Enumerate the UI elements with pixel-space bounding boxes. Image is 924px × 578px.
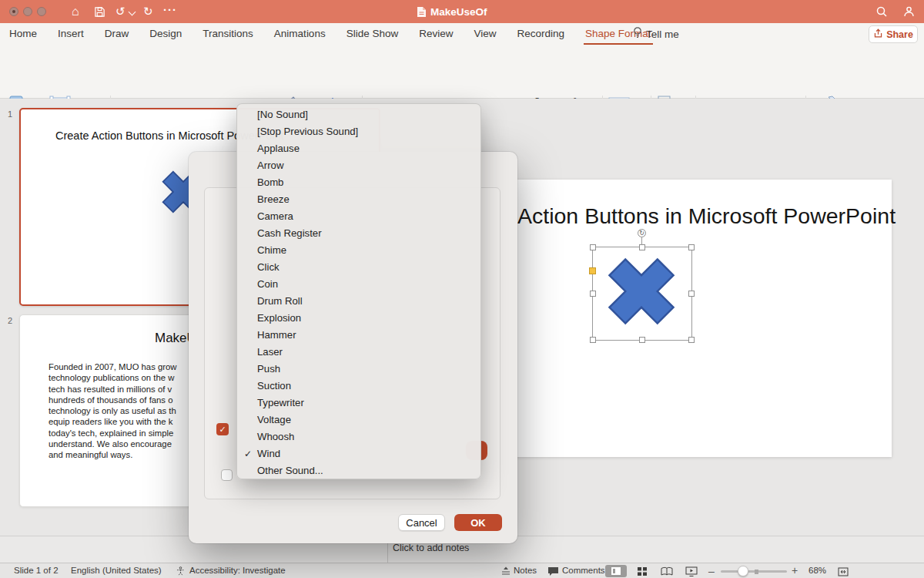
slide-title-text[interactable]: Action Buttons in Microsoft PowerPoint — [517, 203, 896, 229]
share-button[interactable]: Share — [869, 25, 918, 43]
play-sound-menu: ✓ [No Sound] ✓ [Stop Previous Sound] ✓ A… — [236, 103, 481, 479]
menu-item-label: Arrow — [257, 160, 283, 171]
menu-item-label: Cash Register — [257, 227, 322, 239]
undo-chevron-icon[interactable] — [129, 8, 136, 16]
resize-handle-e[interactable] — [688, 291, 695, 297]
accessibility-icon — [176, 566, 186, 578]
search-icon[interactable] — [875, 5, 888, 21]
undo-icon[interactable]: ↺ — [116, 5, 126, 17]
notes-toggle[interactable]: Notes — [514, 566, 537, 575]
menu-item[interactable]: ✓ Laser — [237, 344, 480, 361]
menu-item[interactable]: ✓ Chime — [237, 242, 480, 259]
ribbon-tab[interactable]: Draw — [105, 23, 129, 45]
zoom-window-icon[interactable] — [37, 7, 46, 16]
minimize-window-icon[interactable] — [23, 7, 32, 16]
ribbon-tab[interactable]: View — [474, 23, 496, 45]
slide1-number: 1 — [8, 109, 12, 119]
close-window-icon[interactable] — [9, 7, 18, 16]
menu-item[interactable]: ✓ Applause — [237, 140, 480, 157]
highlight-click-checkbox[interactable] — [221, 469, 233, 481]
comments-toggle[interactable]: Comments — [562, 566, 605, 575]
menu-item[interactable]: ✓ Camera — [237, 208, 480, 225]
ribbon-tab[interactable]: Home — [9, 23, 37, 45]
shape-selection-box[interactable]: ↻ — [592, 247, 692, 341]
menu-item[interactable]: ✓ Voltage — [237, 412, 480, 428]
menu-item[interactable]: ✓ Push — [237, 361, 480, 378]
resize-handle-ne[interactable] — [688, 244, 695, 250]
more-commands-icon[interactable]: ··· — [163, 4, 177, 15]
menu-item-label: Click — [257, 261, 280, 273]
menu-item-label: Whoosh — [257, 431, 294, 442]
normal-view-button[interactable] — [605, 565, 627, 577]
account-icon[interactable] — [902, 5, 916, 21]
menu-item[interactable]: ✓ Other Sound... — [237, 462, 480, 479]
ribbon-tab[interactable]: Slide Show — [346, 23, 399, 45]
ribbon-tab[interactable]: Recording — [517, 23, 565, 45]
rotation-handle[interactable]: ↻ — [638, 229, 646, 237]
ribbon-tab[interactable]: Insert — [58, 23, 84, 45]
ribbon-tab[interactable]: Design — [149, 23, 182, 45]
resize-handle-n[interactable] — [639, 244, 645, 250]
accessibility-status[interactable]: Accessibility: Investigate — [189, 566, 286, 575]
menu-item[interactable]: ✓ Coin — [237, 276, 480, 293]
menu-item[interactable]: ✓ Explosion — [237, 310, 480, 327]
lightbulb-icon — [633, 26, 642, 42]
slideshow-view-button[interactable] — [685, 566, 698, 578]
menu-item[interactable]: ✓ Breeze — [237, 191, 480, 208]
menu-item[interactable]: ✓ Wind — [237, 445, 480, 462]
ribbon-tab[interactable]: Transitions — [203, 23, 253, 45]
ribbon-tab[interactable]: Review — [419, 23, 453, 45]
powerpoint-window: ⌂ ↺ ↻ ··· MakeUseOf HomeInsertDrawDesign… — [0, 0, 924, 578]
save-icon[interactable] — [94, 6, 105, 21]
notes-placeholder[interactable]: Click to add notes — [393, 543, 469, 553]
menu-item[interactable]: ✓ Drum Roll — [237, 293, 480, 310]
menu-item[interactable]: ✓ [Stop Previous Sound] — [237, 123, 480, 140]
resize-handle-w[interactable] — [590, 291, 596, 297]
menu-item-label: Applause — [257, 143, 300, 154]
adjust-handle[interactable] — [589, 267, 596, 274]
resize-handle-sw[interactable] — [590, 337, 596, 343]
home-icon[interactable]: ⌂ — [72, 5, 79, 17]
document-icon — [417, 6, 427, 21]
zoom-slider-knob[interactable] — [738, 566, 748, 576]
language-indicator[interactable]: English (United States) — [71, 566, 162, 575]
ok-button[interactable]: OK — [454, 514, 502, 531]
menu-item[interactable]: ✓ Typewriter — [237, 395, 480, 412]
ribbon-tabs: HomeInsertDrawDesignTransitionsAnimation… — [9, 23, 651, 45]
cancel-button[interactable]: Cancel — [398, 514, 445, 531]
menu-item[interactable]: ✓ Click — [237, 259, 480, 276]
play-sound-checkbox-checked[interactable]: ✓ — [216, 423, 229, 435]
menu-item-label: Explosion — [257, 312, 301, 324]
menu-item-label: Hammer — [257, 329, 296, 341]
zoom-out-button[interactable]: – — [708, 565, 715, 577]
selected-x-shape[interactable] — [604, 254, 679, 332]
menu-item[interactable]: ✓ Hammer — [237, 327, 480, 344]
menu-item[interactable]: ✓ Suction — [237, 378, 480, 395]
zoom-level[interactable]: 68% — [808, 566, 826, 575]
menu-item[interactable]: ✓ [No Sound] — [237, 106, 480, 123]
slide-sorter-view-button[interactable] — [638, 567, 647, 577]
resize-handle-nw[interactable] — [590, 244, 596, 250]
zoom-in-button[interactable]: + — [792, 564, 798, 576]
menu-item[interactable]: ✓ Cash Register — [237, 225, 480, 242]
redo-icon[interactable]: ↻ — [143, 5, 153, 17]
menu-item-label: Breeze — [257, 193, 290, 205]
menu-item-label: Push — [257, 363, 280, 375]
tab-tell-me[interactable]: Tell me — [633, 23, 679, 45]
menu-item-label: Bomb — [257, 176, 283, 188]
ribbon-tab[interactable]: Animations — [274, 23, 326, 45]
resize-handle-se[interactable] — [688, 337, 695, 343]
menu-item-label: Laser — [257, 346, 283, 358]
tell-me-label: Tell me — [646, 29, 679, 40]
menu-item[interactable]: ✓ Whoosh — [237, 428, 480, 445]
fit-to-window-button[interactable] — [838, 566, 849, 578]
resize-handle-s[interactable] — [639, 337, 645, 343]
checkmark-icon: ✓ — [244, 445, 252, 462]
menu-item-label: Other Sound... — [257, 465, 323, 476]
menu-item[interactable]: ✓ Arrow — [237, 157, 480, 174]
menu-item-label: Wind — [257, 448, 280, 459]
zoom-slider-track[interactable] — [721, 570, 787, 573]
slide-indicator: Slide 1 of 2 — [14, 566, 59, 575]
reading-view-button[interactable] — [661, 566, 673, 578]
menu-item[interactable]: ✓ Bomb — [237, 174, 480, 191]
